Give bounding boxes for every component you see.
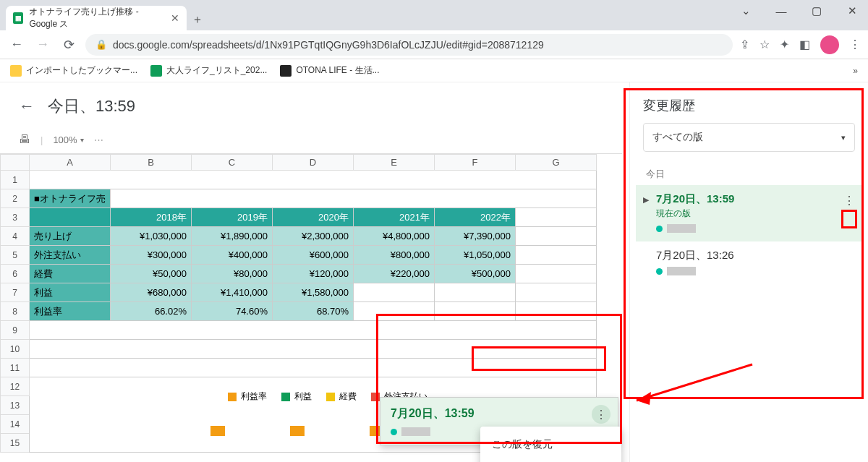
cell[interactable]: 2019年 [192,208,273,227]
cell[interactable] [516,265,597,283]
cell[interactable]: ¥1,580,000 [273,283,354,302]
cell[interactable]: 売り上げ [30,227,111,246]
row-number[interactable]: 14 [1,415,30,434]
row-number[interactable]: 12 [1,377,30,396]
corner-cell[interactable] [1,155,30,171]
cell[interactable]: ¥220,000 [354,265,435,283]
bookmark-overflow[interactable]: » [853,66,858,76]
chevron-down-icon[interactable]: ⌄ [737,4,754,17]
cell[interactable]: 2021年 [354,208,435,227]
col-header[interactable]: B [111,155,192,171]
cell[interactable]: ¥1,890,000 [192,227,273,246]
col-header[interactable]: D [273,155,354,171]
share-icon[interactable]: ⇪ [740,38,749,51]
cell[interactable] [516,246,597,265]
profile-avatar[interactable] [820,35,839,54]
row-number[interactable]: 5 [1,246,30,265]
more-icon[interactable]: ⋯ [94,134,103,145]
bookmark-item[interactable]: OTONA LIFE - 生活... [280,64,379,77]
cell[interactable]: 2018年 [111,208,192,227]
cell[interactable] [516,227,597,246]
cell[interactable]: ■オトナライフ売 [30,189,111,208]
menu-icon[interactable]: ⋮ [849,38,861,51]
row-number[interactable]: 7 [1,283,30,302]
cell[interactable]: ¥1,050,000 [435,246,516,265]
cell[interactable] [354,283,435,302]
row-number[interactable]: 6 [1,265,30,283]
cell[interactable]: 2022年 [435,208,516,227]
version-item[interactable]: 7月20日、13:26 [636,241,862,284]
new-tab-button[interactable]: ＋ [187,9,208,30]
forward-icon[interactable]: → [33,35,52,54]
row-number[interactable]: 2 [1,189,30,208]
close-icon[interactable]: ✕ [171,12,179,24]
expand-arrow-icon[interactable]: ▶ [643,195,649,205]
maximize-icon[interactable]: ▢ [808,4,825,17]
version-more-icon[interactable]: ⋮ [843,194,855,208]
cell[interactable]: ¥680,000 [111,283,192,302]
bookmark-item[interactable]: インポートしたブックマー... [10,64,137,77]
zoom-selector[interactable]: 100% ▾ [53,134,83,145]
col-header[interactable]: E [354,155,435,171]
print-icon[interactable]: 🖶 [19,133,30,146]
version-more-icon[interactable]: ⋮ [592,405,610,424]
sidepanel-icon[interactable]: ◧ [799,38,810,51]
row-number[interactable]: 4 [1,227,30,246]
cell[interactable]: ¥2,300,000 [273,227,354,246]
cell[interactable]: 外注支払い [30,246,111,265]
cell[interactable] [111,189,597,208]
row-number[interactable]: 1 [1,171,30,189]
cell[interactable] [30,208,111,227]
cell[interactable]: 68.70% [273,302,354,321]
url-bar[interactable]: 🔒 docs.google.com/spreadsheets/d/1Nx91PG… [85,34,733,56]
cell[interactable]: ¥500,000 [435,265,516,283]
cell[interactable] [516,302,597,321]
cell[interactable]: ¥600,000 [273,246,354,265]
version-filter-select[interactable]: すべての版 ▾ [643,123,855,152]
col-header[interactable]: C [192,155,273,171]
cell[interactable]: ¥50,000 [111,265,192,283]
bookmark-item[interactable]: 大人ライフ_リスト_202... [150,64,267,77]
row-number[interactable]: 15 [1,434,30,453]
col-header[interactable]: G [516,155,597,171]
cell[interactable] [435,302,516,321]
cell[interactable] [30,340,597,359]
cell[interactable]: ¥1,410,000 [192,283,273,302]
row-number[interactable]: 9 [1,321,30,340]
cell[interactable]: 利益率 [30,302,111,321]
cell[interactable]: ¥80,000 [192,265,273,283]
col-header[interactable]: A [30,155,111,171]
cell[interactable]: ¥4,800,000 [354,227,435,246]
reload-icon[interactable]: ⟳ [59,35,78,54]
row-number[interactable]: 13 [1,396,30,415]
star-icon[interactable]: ☆ [760,38,770,51]
row-number[interactable]: 8 [1,302,30,321]
row-number[interactable]: 11 [1,359,30,377]
close-window-icon[interactable]: ✕ [843,4,861,17]
cell[interactable]: 74.60% [192,302,273,321]
cell[interactable] [30,171,597,189]
cell[interactable]: ¥7,390,000 [435,227,516,246]
cell[interactable] [30,321,597,340]
row-number[interactable]: 3 [1,208,30,227]
back-arrow-icon[interactable]: ← [19,97,35,116]
cell[interactable]: ¥400,000 [192,246,273,265]
menu-restore-version[interactable]: この版を復元 [480,431,621,458]
cell[interactable]: ¥120,000 [273,265,354,283]
cell[interactable]: ¥800,000 [354,246,435,265]
column-headers[interactable]: A B C D E F G [1,155,597,171]
cell[interactable]: ¥1,030,000 [111,227,192,246]
cell[interactable]: 経費 [30,265,111,283]
cell[interactable]: 2020年 [273,208,354,227]
cell[interactable]: 利益 [30,283,111,302]
cell[interactable]: 66.02% [111,302,192,321]
col-header[interactable]: F [435,155,516,171]
cell[interactable] [435,283,516,302]
browser-tab[interactable]: ▦ オトナライフ売り上げ推移 - Google ス ✕ [6,6,187,30]
cell[interactable] [516,208,597,227]
menu-name-version[interactable]: この版に名前を付ける [480,458,621,462]
cell[interactable] [516,283,597,302]
cell[interactable] [354,302,435,321]
back-icon[interactable]: ← [7,35,26,54]
version-item-current[interactable]: ▶ 7月20日、13:59 現在の版 ⋮ [636,185,862,241]
